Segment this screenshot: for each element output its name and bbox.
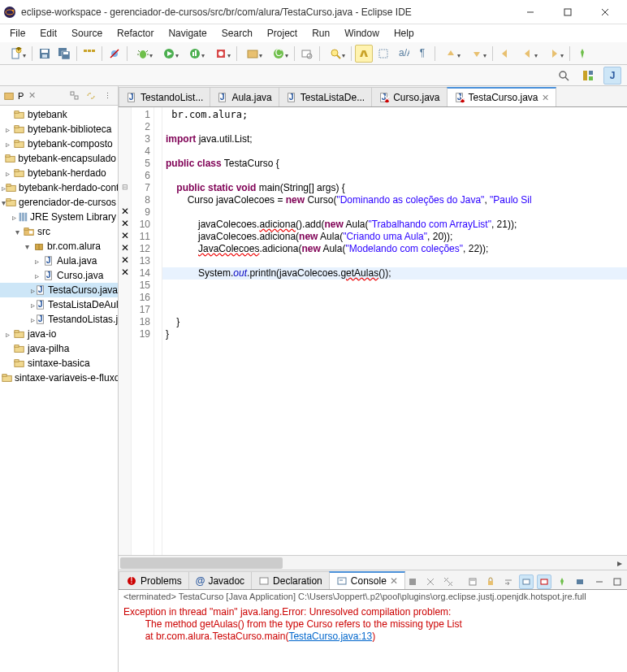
remove-launch-button[interactable] xyxy=(423,574,438,589)
tree-node[interactable]: ▹JTestaCurso.java xyxy=(0,283,118,297)
minimize-panel-button[interactable] xyxy=(592,574,607,589)
remove-all-button[interactable] xyxy=(441,574,456,589)
tree-node[interactable]: ▾br.com.alura xyxy=(0,239,118,254)
twisty-icon[interactable]: ▾ xyxy=(21,242,32,251)
word-wrap-button[interactable] xyxy=(501,574,516,589)
twisty-icon[interactable]: ▹ xyxy=(2,330,13,339)
new-package-button[interactable]: ▾ xyxy=(240,45,265,63)
menu-search[interactable]: Search xyxy=(215,26,259,41)
menu-project[interactable]: Project xyxy=(261,26,304,41)
tree-node[interactable]: ▹JTestaListaDeAula.java xyxy=(0,297,118,312)
error-marker-icon[interactable]: ✕ xyxy=(121,242,129,254)
twisty-icon[interactable]: ▹ xyxy=(31,271,42,280)
bottom-tab-console[interactable]: Console ✕ xyxy=(329,571,405,589)
console-output[interactable]: Exception in thread "main" java.lang.Err… xyxy=(119,605,627,672)
quick-search-button[interactable] xyxy=(555,67,573,85)
maximize-button[interactable] xyxy=(549,0,586,24)
editor-tab[interactable]: J✕TestaCurso.java✕ xyxy=(447,87,556,106)
pin-console-button[interactable] xyxy=(555,574,569,589)
twisty-icon[interactable]: ▹ xyxy=(2,125,13,134)
tree-node[interactable]: ▹java-io xyxy=(0,327,118,341)
error-marker-icon[interactable]: ✕ xyxy=(121,267,129,278)
prev-annotation-button[interactable]: ▾ xyxy=(439,45,463,63)
twisty-icon[interactable]: ▹ xyxy=(2,169,13,178)
twisty-icon[interactable]: ▹ xyxy=(31,257,42,266)
menu-window[interactable]: Window xyxy=(338,26,386,41)
tree-node[interactable]: ▹JAula.java xyxy=(0,254,118,268)
tree-node[interactable]: bytebank xyxy=(0,107,118,122)
bottom-tab-declaration[interactable]: Declaration xyxy=(251,571,330,589)
tree-node[interactable]: ▹bytebank-herdado-conta xyxy=(0,180,118,195)
editor-tab[interactable]: JAula.java xyxy=(210,87,279,106)
tree-node[interactable]: ▹JRE System Library xyxy=(0,210,118,224)
menu-source[interactable]: Source xyxy=(65,26,109,41)
minimize-button[interactable] xyxy=(512,0,549,24)
twisty-icon[interactable]: ▹ xyxy=(11,213,17,222)
stack-link[interactable]: TestaCurso.java:13 xyxy=(288,631,372,642)
editor-tab[interactable]: J✕Curso.java xyxy=(371,87,447,106)
external-tools-button[interactable]: ▾ xyxy=(209,45,233,63)
menu-run[interactable]: Run xyxy=(305,26,336,41)
display-console-button[interactable] xyxy=(573,574,587,589)
pin-editor-button[interactable] xyxy=(573,45,591,63)
new-button[interactable]: ✦▾ xyxy=(4,45,28,63)
editor-tab[interactable]: JTestaListaDe... xyxy=(279,87,372,106)
tree-node[interactable]: ▹JTestandoListas.java xyxy=(0,312,118,327)
tree-node[interactable]: ▹bytebank-biblioteca xyxy=(0,122,118,137)
tree-node[interactable]: ▹bytebank-composto xyxy=(0,137,118,151)
save-button[interactable] xyxy=(36,45,54,63)
maximize-panel-button[interactable] xyxy=(610,574,625,589)
show-console-on-out-button[interactable] xyxy=(519,574,534,589)
menu-help[interactable]: Help xyxy=(387,26,421,41)
pin-button[interactable]: ¶ xyxy=(413,45,431,63)
bottom-tab-problems[interactable]: !Problems xyxy=(119,571,189,589)
debug-button[interactable]: ▾ xyxy=(131,45,155,63)
tree-node[interactable]: bytebank-encapsulado xyxy=(0,151,118,166)
link-editor-button[interactable] xyxy=(84,89,97,102)
twisty-icon[interactable]: ▹ xyxy=(2,140,13,149)
save-all-button[interactable] xyxy=(55,45,73,63)
editor-tab[interactable]: JTestandoList... xyxy=(119,87,210,106)
editor-horizontal-scroll[interactable]: ▸ xyxy=(119,555,627,570)
close-tab-icon[interactable]: ✕ xyxy=(390,575,398,587)
project-tree[interactable]: bytebank▹bytebank-biblioteca▹bytebank-co… xyxy=(0,106,118,672)
open-perspective-button[interactable] xyxy=(579,67,597,85)
tree-node[interactable]: sintaxe-variaveis-e-fluxo xyxy=(0,371,118,385)
menu-file[interactable]: File xyxy=(3,26,32,41)
coverage-button[interactable]: ▾ xyxy=(183,45,207,63)
error-marker-icon[interactable]: ✕ xyxy=(121,206,129,217)
twisty-icon[interactable]: ▾ xyxy=(11,228,23,236)
open-type-button[interactable] xyxy=(298,45,316,63)
show-whitespace-button[interactable]: a/A xyxy=(394,45,412,63)
new-class-button[interactable]: C▾ xyxy=(266,45,291,63)
collapse-all-button[interactable] xyxy=(68,89,81,102)
run-button[interactable]: ▾ xyxy=(157,45,181,63)
error-marker-icon[interactable]: ✕ xyxy=(121,230,129,241)
tree-node[interactable]: sintaxe-basica xyxy=(0,356,118,371)
tree-node[interactable]: ▾gerenciador-de-cursos xyxy=(0,195,118,210)
java-perspective-button[interactable]: J xyxy=(603,67,621,85)
menu-edit[interactable]: Edit xyxy=(33,26,63,41)
tree-node[interactable]: ▹JCurso.java xyxy=(0,268,118,283)
skip-breakpoints-button[interactable] xyxy=(106,45,123,63)
close-window-button[interactable] xyxy=(586,0,624,24)
forward-history-button[interactable]: ▾ xyxy=(542,45,566,63)
show-console-on-err-button[interactable] xyxy=(537,574,551,589)
error-marker-icon[interactable]: ✕ xyxy=(121,254,129,266)
view-menu-button[interactable]: ⋮ xyxy=(101,89,114,102)
menu-refactor[interactable]: Refactor xyxy=(110,26,160,41)
code-area[interactable]: br.com.alura; import java.util.List; pub… xyxy=(162,107,627,555)
back-button[interactable] xyxy=(496,45,514,63)
scroll-right-icon[interactable]: ▸ xyxy=(614,557,625,569)
next-annotation-button[interactable]: ▾ xyxy=(465,45,489,63)
toggle-block-select-button[interactable] xyxy=(374,45,392,63)
code-editor[interactable]: ⊟✕✕✕✕✕✕ 12345678910111213141516171819 br… xyxy=(119,107,627,555)
toggle-highlight-button[interactable] xyxy=(355,45,373,63)
toggle-breadcrumb-button[interactable] xyxy=(80,45,98,63)
scroll-thumb[interactable] xyxy=(120,557,283,569)
menu-navigate[interactable]: Navigate xyxy=(162,26,213,41)
error-marker-icon[interactable]: ✕ xyxy=(121,218,129,229)
tree-node[interactable]: ▾src xyxy=(0,224,118,239)
tree-node[interactable]: ▹bytebank-herdado xyxy=(0,166,118,180)
clear-console-button[interactable] xyxy=(465,574,480,589)
